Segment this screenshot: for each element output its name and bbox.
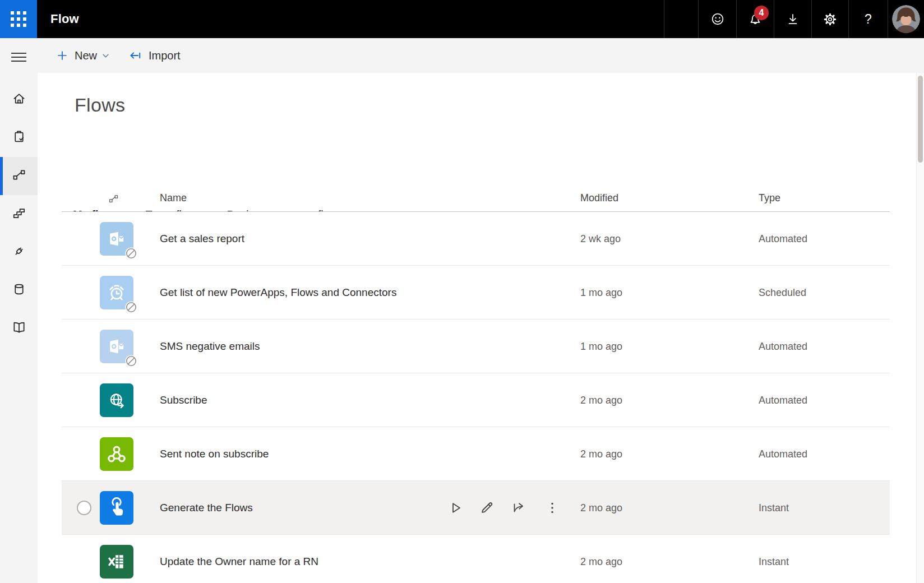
topbar-spacer xyxy=(664,0,698,38)
table-header: Name Modified Type xyxy=(62,185,890,212)
bpf-icon xyxy=(12,206,26,223)
flow-type: Automated xyxy=(759,340,807,352)
flow-name[interactable]: Subscribe xyxy=(160,394,207,406)
flow-type: Instant xyxy=(759,502,789,513)
help-icon[interactable]: ? xyxy=(848,0,888,38)
flow-type: Automated xyxy=(759,448,807,460)
chevron-down-icon xyxy=(101,52,110,60)
sidebar-item-learn[interactable] xyxy=(0,309,38,348)
disabled-badge-icon xyxy=(124,247,138,260)
home-icon xyxy=(12,91,26,108)
new-flow-button[interactable]: New xyxy=(56,38,110,73)
settings-gear-icon xyxy=(823,12,837,26)
flow-modified: 2 wk ago xyxy=(580,233,621,244)
hamburger-menu-icon[interactable] xyxy=(11,53,26,62)
flow-name[interactable]: Update the Owner name for a RN xyxy=(160,556,318,568)
flow-type: Automated xyxy=(759,233,807,244)
flow-modified: 2 mo ago xyxy=(580,448,622,460)
flow-mini-icon xyxy=(108,193,119,206)
user-avatar[interactable] xyxy=(888,0,924,38)
entities-icon xyxy=(12,282,26,299)
top-app-bar: Flow 4? xyxy=(0,0,924,38)
flow-name[interactable]: Sent note on subscribe xyxy=(160,448,269,460)
user-avatar-photo xyxy=(892,5,920,33)
scrollbar-thumb[interactable] xyxy=(918,76,923,163)
approvals-icon xyxy=(12,129,26,146)
help-icon: ? xyxy=(865,12,872,27)
import-arrow-icon xyxy=(129,49,142,62)
download-icon xyxy=(786,12,800,26)
feedback-smiley-icon xyxy=(710,12,725,26)
outlook-flow-icon xyxy=(100,330,133,363)
disabled-badge-icon xyxy=(124,354,138,368)
table-row[interactable]: Update the Owner name for a RN2 mo agoIn… xyxy=(62,535,890,583)
flow-modified: 2 mo ago xyxy=(580,394,622,406)
notification-badge: 4 xyxy=(754,6,769,20)
notifications-bell-icon[interactable]: 4 xyxy=(736,0,774,38)
flows-table: Name Modified Type Get a sales report2 w… xyxy=(62,185,890,583)
excel-flow-icon xyxy=(100,545,133,579)
feedback-smiley-icon[interactable] xyxy=(698,0,736,38)
flow-type: Automated xyxy=(759,394,807,406)
sidebar-item-flows[interactable] xyxy=(0,157,38,195)
plus-icon xyxy=(56,49,68,62)
column-header-type[interactable]: Type xyxy=(759,185,780,211)
app-launcher-button[interactable] xyxy=(0,0,37,38)
clock-flow-icon xyxy=(100,276,133,309)
webhook-flow-icon xyxy=(100,437,133,471)
page-title: Flows xyxy=(75,94,125,116)
more-button[interactable] xyxy=(541,497,563,519)
globe-flow-icon xyxy=(100,383,133,417)
column-header-name[interactable]: Name xyxy=(160,185,187,211)
table-row[interactable]: Get list of new PowerApps, Flows and Con… xyxy=(62,266,890,320)
flow-type: Scheduled xyxy=(759,286,806,298)
flows-icon xyxy=(12,168,26,184)
table-row[interactable]: Sent note on subscribe2 mo agoAutomated xyxy=(62,427,890,481)
flow-type: Instant xyxy=(759,556,789,568)
flow-modified: 2 mo ago xyxy=(580,502,622,513)
sidebar-item-approvals[interactable] xyxy=(0,119,38,157)
sidebar-item-connectors[interactable] xyxy=(0,233,38,271)
new-button-label: New xyxy=(75,49,97,62)
flow-modified: 2 mo ago xyxy=(580,556,622,568)
import-button-label: Import xyxy=(149,49,181,62)
table-body: Get a sales report2 wk agoAutomatedGet l… xyxy=(62,212,890,583)
main-content: Flows My flowsTeam flowsBusiness process… xyxy=(38,73,916,583)
vertical-scrollbar[interactable] xyxy=(916,73,924,583)
flow-name[interactable]: Get list of new PowerApps, Flows and Con… xyxy=(160,286,396,299)
flow-modified: 1 mo ago xyxy=(580,286,622,298)
table-row[interactable]: SMS negative emails1 mo agoAutomated xyxy=(62,320,890,373)
table-row[interactable]: Generate the Flows2 mo agoInstant xyxy=(62,481,890,535)
run-button[interactable] xyxy=(444,497,466,519)
flow-name[interactable]: Get a sales report xyxy=(160,233,244,245)
learn-icon xyxy=(12,320,26,337)
command-bar: New Import xyxy=(0,38,924,73)
waffle-icon xyxy=(11,11,26,27)
settings-gear-icon[interactable] xyxy=(811,0,848,38)
import-button[interactable]: Import xyxy=(129,38,185,73)
sidebar-item-entities[interactable] xyxy=(0,271,38,309)
sidebar-item-business-process[interactable] xyxy=(0,195,38,233)
flow-modified: 1 mo ago xyxy=(580,340,622,352)
flow-name[interactable]: SMS negative emails xyxy=(160,340,260,353)
download-icon[interactable] xyxy=(774,0,811,38)
topbar-icon-group: 4? xyxy=(664,0,924,38)
column-header-modified[interactable]: Modified xyxy=(580,185,618,211)
disabled-badge-icon xyxy=(124,300,138,314)
left-nav-sidebar xyxy=(0,73,38,583)
table-row[interactable]: Subscribe2 mo agoAutomated xyxy=(62,373,890,427)
share-button[interactable] xyxy=(507,497,530,519)
edit-button[interactable] xyxy=(475,497,498,519)
outlook-flow-icon xyxy=(100,222,133,256)
sidebar-item-home[interactable] xyxy=(0,81,38,119)
connectors-icon xyxy=(12,244,26,261)
app-title: Flow xyxy=(50,0,79,38)
table-row[interactable]: Get a sales report2 wk agoAutomated xyxy=(62,212,890,266)
